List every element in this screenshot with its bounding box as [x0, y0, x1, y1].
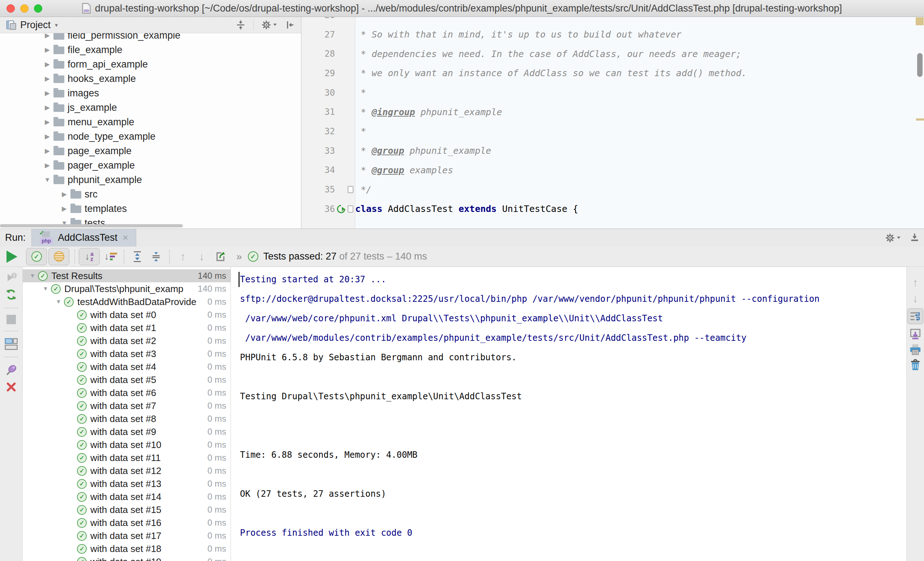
chevron-expanded-icon[interactable]: ▼: [40, 286, 51, 292]
tree-item-hooks_example[interactable]: ▶hooks_example: [0, 72, 301, 86]
minimize-window-button[interactable]: [20, 4, 28, 13]
editor-line-31[interactable]: 31 * @ingroup phpunit_example: [302, 102, 924, 122]
line-number[interactable]: 33: [302, 146, 336, 156]
run-tab-addclasstest[interactable]: php ✓ AddClassTest ×: [32, 229, 136, 247]
horizontal-scrollbar-thumb[interactable]: [0, 224, 183, 227]
hide-runpanel-icon[interactable]: [909, 232, 920, 244]
print-button[interactable]: [909, 344, 921, 355]
tree-item-node_type_example[interactable]: ▶node_type_example: [0, 129, 301, 144]
line-number[interactable]: 34: [302, 165, 336, 175]
line-number[interactable]: 27: [302, 30, 336, 40]
line-number[interactable]: 36: [302, 204, 336, 214]
test-row[interactable]: ✓with data set #150 ms: [23, 503, 231, 516]
editor-line-28[interactable]: 28 * dependencies we need. In the case o…: [302, 44, 924, 64]
chevron-expanded-icon[interactable]: ▼: [43, 176, 52, 184]
rerun-button[interactable]: [6, 251, 17, 263]
fold-marker-icon[interactable]: [348, 205, 353, 212]
tree-item-src[interactable]: ▶src: [0, 187, 301, 202]
fold-marker-icon[interactable]: [348, 186, 353, 193]
test-row[interactable]: ▼✓Drupal\Tests\phpunit_examp140 ms: [23, 282, 231, 295]
test-row[interactable]: ✓with data set #130 ms: [23, 477, 231, 490]
line-number[interactable]: 31: [302, 107, 336, 117]
code-editor[interactable]: 2627 * So with that in mind, it's up to …: [302, 17, 924, 229]
collapse-all-icon[interactable]: [235, 19, 246, 30]
test-row[interactable]: ▼✓testAddWithBadDataProvide0 ms: [23, 295, 231, 308]
chevron-collapsed-icon[interactable]: ▶: [60, 205, 69, 212]
tree-item-form_api_example[interactable]: ▶form_api_example: [0, 57, 301, 72]
test-row[interactable]: ✓with data set #00 ms: [23, 308, 231, 321]
chevron-collapsed-icon[interactable]: ▶: [43, 89, 52, 97]
tree-item-phpunit_example[interactable]: ▼phpunit_example: [0, 172, 301, 187]
restore-layout-button[interactable]: [5, 338, 18, 350]
show-passed-toggle[interactable]: ✓: [26, 248, 47, 265]
warning-stripe-mark[interactable]: [916, 118, 924, 121]
test-row[interactable]: ✓with data set #60 ms: [23, 386, 231, 399]
editor-line-34[interactable]: 34 * @group examples: [302, 161, 924, 180]
test-row[interactable]: ✓with data set #100 ms: [23, 438, 231, 451]
test-row[interactable]: ✓with data set #140 ms: [23, 490, 231, 503]
import-test-results-button[interactable]: [211, 248, 230, 265]
sort-by-duration-button[interactable]: ↓: [101, 248, 120, 265]
chevron-collapsed-icon[interactable]: ▶: [60, 190, 69, 198]
project-panel-title[interactable]: Project: [20, 19, 51, 31]
close-tab-icon[interactable]: ×: [123, 232, 128, 243]
expand-all-button[interactable]: [128, 248, 147, 265]
chevron-collapsed-icon[interactable]: ▶: [43, 162, 52, 169]
test-row[interactable]: ✓with data set #30 ms: [23, 347, 231, 360]
scroll-down-button[interactable]: ↓: [913, 292, 918, 305]
stop-button[interactable]: [6, 315, 16, 324]
tree-item-templates[interactable]: ▶templates: [0, 202, 301, 216]
tree-item-file_example[interactable]: ▶file_example: [0, 43, 301, 57]
close-window-button[interactable]: [6, 4, 15, 13]
console-output[interactable]: Testing started at 20:37 ...sftp://docke…: [231, 267, 906, 561]
chevron-expanded-icon[interactable]: ▼: [53, 299, 64, 305]
test-row[interactable]: ✓with data set #180 ms: [23, 542, 231, 555]
line-number[interactable]: 29: [302, 68, 336, 78]
line-number[interactable]: 28: [302, 49, 336, 59]
collapse-all-button[interactable]: [147, 248, 165, 265]
tree-item-page_example[interactable]: ▶page_example: [0, 144, 301, 158]
line-number[interactable]: 32: [302, 126, 336, 136]
test-row[interactable]: ✓with data set #160 ms: [23, 516, 231, 529]
line-number[interactable]: 35: [302, 184, 336, 194]
test-row[interactable]: ✓with data set #20 ms: [23, 334, 231, 347]
editor-line-29[interactable]: 29 * we only want an instance of AddClas…: [302, 64, 924, 83]
scroll-up-button[interactable]: ↑: [913, 277, 918, 289]
hide-panel-icon[interactable]: [284, 19, 295, 30]
rerun-failed-tests-button[interactable]: !: [5, 271, 17, 284]
tree-item-pager_example[interactable]: ▶pager_example: [0, 158, 301, 172]
chevron-collapsed-icon[interactable]: ▶: [43, 75, 52, 83]
editor-line-26[interactable]: 26: [302, 17, 924, 25]
chevron-collapsed-icon[interactable]: ▶: [43, 46, 52, 54]
editor-line-36[interactable]: 36class AddClassTest extends UnitTestCas…: [302, 199, 924, 219]
zoom-window-button[interactable]: [34, 4, 42, 13]
show-ignored-toggle[interactable]: [48, 248, 69, 265]
chevron-expanded-icon[interactable]: ▼: [27, 272, 38, 279]
chevron-collapsed-icon[interactable]: ▶: [43, 147, 52, 155]
rerun-tests-button[interactable]: [5, 288, 18, 301]
run-test-gutter-icon[interactable]: [336, 204, 346, 214]
line-number[interactable]: 30: [302, 88, 336, 98]
editor-line-35[interactable]: 35 */: [302, 180, 924, 199]
editor-line-27[interactable]: 27 * So with that in mind, it's up to us…: [302, 25, 924, 44]
scroll-to-end-button[interactable]: [909, 328, 921, 340]
test-row[interactable]: ✓with data set #10 ms: [23, 321, 231, 334]
close-results-button[interactable]: [5, 381, 17, 393]
settings-gear-icon[interactable]: [261, 19, 277, 30]
test-row[interactable]: ✓with data set #170 ms: [23, 529, 231, 542]
test-results-tree[interactable]: ▼✓Test Results140 ms▼✓Drupal\Tests\phpun…: [23, 267, 231, 561]
clear-all-button[interactable]: [909, 359, 921, 371]
soft-wrap-toggle[interactable]: [908, 308, 923, 324]
test-row[interactable]: ✓with data set #40 ms: [23, 360, 231, 373]
test-row[interactable]: ✓with data set #190 ms: [23, 555, 231, 561]
test-row[interactable]: ✓with data set #50 ms: [23, 373, 231, 386]
test-row[interactable]: ✓with data set #110 ms: [23, 451, 231, 464]
test-row[interactable]: ✓with data set #120 ms: [23, 464, 231, 477]
tree-item-menu_example[interactable]: ▶menu_example: [0, 115, 301, 129]
tree-item-images[interactable]: ▶images: [0, 86, 301, 100]
editor-line-30[interactable]: 30 *: [302, 83, 924, 103]
editor-line-32[interactable]: 32 *: [302, 122, 924, 141]
next-occurrence-button[interactable]: ↓: [192, 248, 211, 265]
pin-tab-button[interactable]: [5, 364, 18, 377]
test-row[interactable]: ✓with data set #80 ms: [23, 412, 231, 425]
